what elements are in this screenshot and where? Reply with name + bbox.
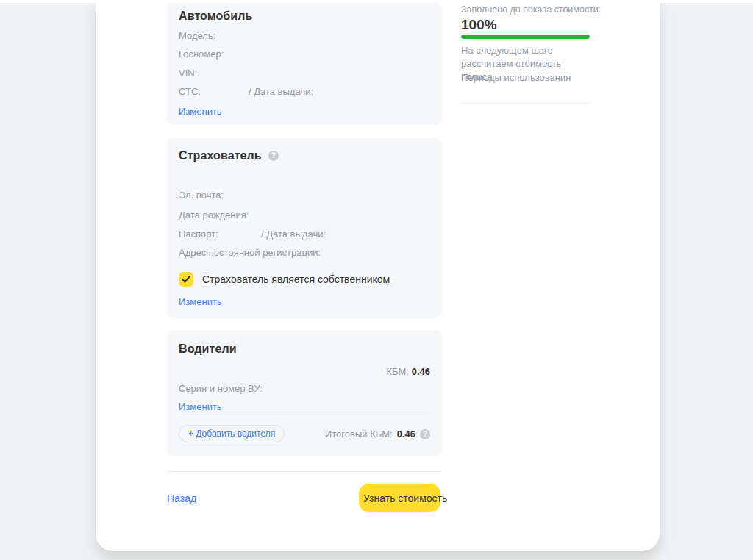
drivers-card: Водители КБМ: 0.46 Серия и номер ВУ: Изм… bbox=[167, 331, 442, 456]
osago-form-page: Автомобиль Модель: Госномер: VIN: СТС: /… bbox=[0, 0, 753, 560]
car-sts-field: СТС: / Дата выдачи: bbox=[179, 86, 201, 97]
car-card: Автомобиль Модель: Госномер: VIN: СТС: /… bbox=[167, 3, 442, 125]
progress-value: 100% bbox=[461, 17, 497, 33]
insurer-passport-date-label: / Дата выдачи: bbox=[261, 229, 326, 240]
car-plate-field: Госномер: bbox=[179, 49, 224, 60]
total-kbm-help-icon[interactable]: ? bbox=[420, 429, 430, 439]
footer-divider bbox=[167, 471, 441, 472]
driver-license-field: Серия и номер ВУ: bbox=[179, 383, 263, 394]
usage-periods-label: Периоды использования bbox=[461, 72, 571, 83]
drivers-card-title: Водители bbox=[179, 342, 237, 356]
total-kbm-label: Итоговый КБМ: bbox=[325, 428, 393, 439]
insurer-edit-link[interactable]: Изменить bbox=[179, 296, 222, 307]
back-link[interactable]: Назад bbox=[167, 492, 196, 504]
checkmark-icon bbox=[182, 276, 190, 283]
top-strip bbox=[0, 0, 753, 3]
insurer-birthdate-field: Дата рождения: bbox=[179, 209, 249, 220]
progress-bar-fill bbox=[461, 35, 590, 39]
add-driver-button[interactable]: + Добавить водителя bbox=[179, 425, 285, 442]
drivers-card-divider bbox=[179, 417, 430, 417]
insurer-card-title: Страхователь bbox=[179, 149, 262, 162]
driver-kbm-value: 0.46 bbox=[412, 366, 430, 377]
insurer-address-field: Адрес постоянной регистрации: bbox=[179, 247, 321, 258]
owner-checkbox-label: Страхователь является собственником bbox=[202, 273, 390, 285]
total-kbm: Итоговый КБМ: 0.46 ? bbox=[325, 428, 430, 439]
total-kbm-value: 0.46 bbox=[397, 428, 415, 439]
owner-checkbox[interactable] bbox=[179, 272, 193, 287]
car-edit-link[interactable]: Изменить bbox=[179, 106, 222, 117]
car-model-field: Модель: bbox=[179, 30, 215, 41]
driver-kbm-label: КБМ: bbox=[387, 366, 410, 377]
car-sts-label: СТС: bbox=[179, 86, 201, 97]
car-card-title: Автомобиль bbox=[179, 10, 252, 23]
main-panel: Автомобиль Модель: Госномер: VIN: СТС: /… bbox=[96, 0, 660, 551]
progress-bar bbox=[461, 35, 590, 39]
insurer-passport-field: Паспорт: / Дата выдачи: bbox=[179, 229, 218, 240]
insurer-card: Страхователь ? Эл. почта: Дата рождения:… bbox=[167, 138, 442, 318]
driver-edit-link[interactable]: Изменить bbox=[179, 401, 222, 412]
insurer-help-icon[interactable]: ? bbox=[268, 151, 279, 161]
car-vin-field: VIN: bbox=[179, 68, 197, 79]
insurer-email-field: Эл. почта: bbox=[179, 190, 224, 201]
progress-label: Заполнено до показа стоимости: bbox=[461, 4, 601, 15]
sidebar-divider bbox=[461, 103, 590, 104]
driver-kbm: КБМ: 0.46 bbox=[387, 366, 430, 377]
insurer-passport-label: Паспорт: bbox=[179, 229, 218, 240]
get-price-button[interactable]: Узнать стоимость bbox=[359, 484, 440, 512]
car-sts-date-label: / Дата выдачи: bbox=[249, 86, 313, 97]
owner-checkbox-row: Страхователь является собственником bbox=[179, 272, 390, 287]
